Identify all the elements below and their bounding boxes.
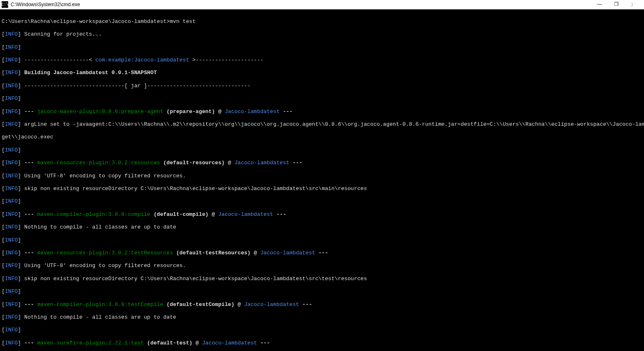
log-line: [INFO] Building Jacoco-lambdatest 0.0.1-…: [2, 70, 642, 76]
log-line: [INFO]: [2, 44, 642, 51]
close-button[interactable]: 〉: [628, 1, 638, 8]
log-line: [INFO]: [2, 327, 642, 333]
log-line: [INFO]: [2, 95, 642, 102]
log-line: [INFO] argLine set to -javaagent:C:\\Use…: [2, 121, 642, 128]
maximize-button[interactable]: ❐: [612, 1, 621, 8]
log-line: get\\jacoco.exec: [2, 134, 642, 140]
title-bar: C:\ C:\Windows\System32\cmd.exe — ❐ 〉: [0, 0, 644, 9]
log-line: [INFO] --------------------< com.example…: [2, 57, 642, 63]
log-line: [INFO] Nothing to compile - all classes …: [2, 314, 642, 321]
log-line: [INFO] skip non existing resourceDirecto…: [2, 276, 642, 282]
log-line: [INFO] --- maven-compiler-plugin:3.8.0:c…: [2, 211, 642, 218]
prompt-line: C:\Users\Rachna\eclipse-workspace\Jacoco…: [2, 18, 642, 25]
log-line: [INFO]: [2, 147, 642, 154]
window-controls: — ❐ 〉: [594, 1, 644, 8]
cmd-icon: C:\: [2, 1, 8, 8]
log-line: [INFO] skip non existing resourceDirecto…: [2, 186, 642, 192]
log-line: [INFO]: [2, 198, 642, 205]
log-line: [INFO] --- maven-surefire-plugin:2.22.1:…: [2, 340, 642, 346]
log-line: [INFO]: [2, 288, 642, 295]
log-line: [INFO] --- jacoco-maven-plugin:0.8.6:pre…: [2, 109, 642, 115]
log-line: [INFO]: [2, 237, 642, 244]
log-line: [INFO] --- maven-resources-plugin:3.0.2:…: [2, 250, 642, 256]
window-title: C:\Windows\System32\cmd.exe: [10, 2, 594, 7]
log-line: [INFO] Using 'UTF-8' encoding to copy fi…: [2, 263, 642, 269]
log-line: [INFO] Nothing to compile - all classes …: [2, 224, 642, 231]
terminal-output[interactable]: C:\Users\Rachna\eclipse-workspace\Jacoco…: [0, 9, 644, 351]
log-line: [INFO] --- maven-compiler-plugin:3.8.0:t…: [2, 301, 642, 308]
log-line: [INFO] --- maven-resources-plugin:3.0.2:…: [2, 160, 642, 166]
log-line: [INFO] Using 'UTF-8' encoding to copy fi…: [2, 173, 642, 179]
log-line: [INFO] Scanning for projects...: [2, 31, 642, 38]
log-line: [INFO] -------------------------------[ …: [2, 83, 642, 89]
minimize-button[interactable]: —: [594, 1, 604, 8]
